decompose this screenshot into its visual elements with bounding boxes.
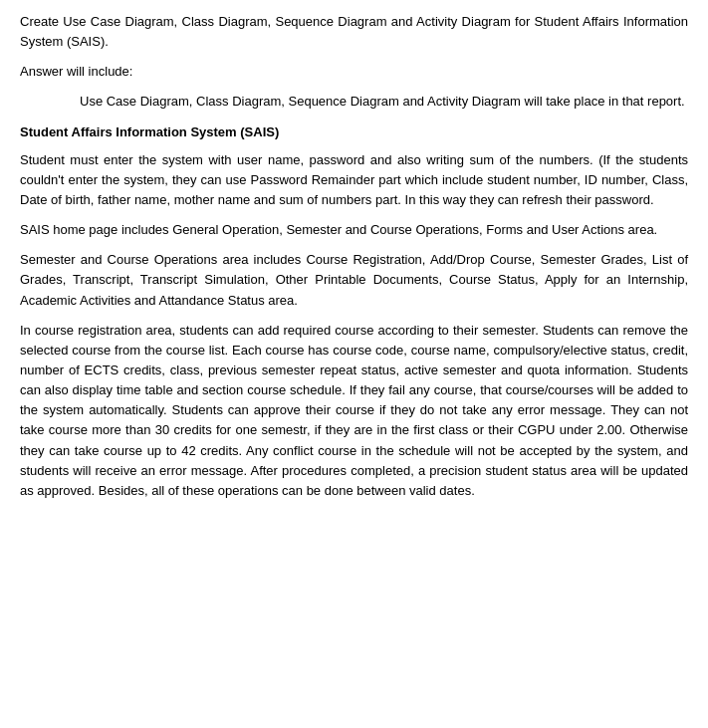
paragraph-6: In course registration area, students ca… (20, 321, 688, 501)
section-heading: Student Affairs Information System (SAIS… (20, 122, 688, 142)
main-content: Create Use Case Diagram, Class Diagram, … (20, 12, 688, 501)
paragraph-2: Answer will include: (20, 62, 688, 82)
paragraph-3: Student must enter the system with user … (20, 150, 688, 210)
paragraph-4: SAIS home page includes General Operatio… (20, 220, 688, 240)
paragraph-1: Create Use Case Diagram, Class Diagram, … (20, 12, 688, 52)
paragraph-5: Semester and Course Operations area incl… (20, 250, 688, 310)
indented-block-1: Use Case Diagram, Class Diagram, Sequenc… (80, 92, 688, 112)
indented-text-1: Use Case Diagram, Class Diagram, Sequenc… (80, 92, 688, 112)
